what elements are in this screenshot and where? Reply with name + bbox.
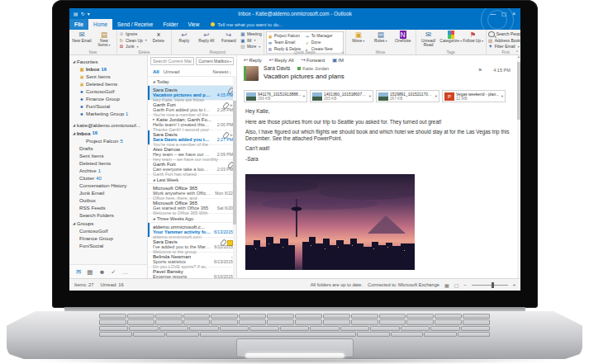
list-item-message[interactable]: Belinda Newman↓Sports statistics6/13/201… [148, 253, 236, 267]
list-item-message[interactable]: Garth Fort⚑Garth Fort added you to the C… [148, 101, 236, 116]
clean-up-button[interactable]: ↻Clean Up [119, 38, 147, 44]
list-item-message[interactable]: Microsoft Office 365Work anywhere with O… [148, 184, 236, 199]
dialog-launcher-icon[interactable]: ↘ [341, 50, 344, 54]
reply-all-button[interactable]: ↩Reply All [196, 31, 217, 43]
groups-header[interactable]: Groups [69, 219, 147, 227]
sidebar-item-deleted-items[interactable]: ▣Deleted Items [69, 80, 147, 87]
outlook-icon[interactable]: ▤ [74, 11, 78, 17]
list-item-message[interactable]: Pavel BanskyExpense reports6/10/2015Hi K… [148, 267, 236, 278]
nav-mail[interactable]: ✉ [76, 268, 81, 276]
reply-action-button[interactable]: ↩Reply [244, 57, 262, 64]
normal-view-icon[interactable]: ▦ [444, 282, 449, 288]
tab-folder[interactable]: Folder [158, 19, 183, 30]
search-people-button[interactable]: Search People [488, 31, 520, 37]
done-quickstep[interactable]: ✓Done [306, 40, 341, 45]
list-item-message[interactable]: Microsoft Office 365Get started with Off… [148, 199, 236, 214]
unread-read-button[interactable]: ✉Unread/ Read [418, 31, 439, 47]
to-manager-quickstep[interactable]: ↪To Manager [306, 33, 341, 39]
nav-calendar[interactable]: ▦ [87, 268, 93, 276]
nav-people[interactable]: ☻ [98, 268, 105, 276]
tell-me-box[interactable]: Tell me what you want to do... [211, 19, 283, 30]
sidebar-item-clutter[interactable]: Clutter40 [69, 174, 147, 182]
sidebar-item-fun-social[interactable]: ☻Fun/Social [69, 102, 147, 110]
sidebar-item-finance-group[interactable]: ☻Finance Group [69, 95, 147, 102]
sidebar-item-contosogolf[interactable]: ContosoGolf [69, 227, 147, 234]
filter-email-button[interactable]: ▼Filter Email [488, 44, 520, 50]
qat-menu-caret-icon[interactable]: ▾ [88, 11, 90, 17]
tab-view[interactable]: View [183, 19, 205, 30]
nav-tasks[interactable]: ✓ [111, 268, 116, 276]
onenote-button[interactable]: NOneNote [392, 31, 414, 43]
filter-all[interactable]: All [153, 69, 159, 74]
reading-view-icon[interactable]: ▢ [454, 282, 459, 288]
new-email-button[interactable]: ✉New Email [71, 31, 93, 43]
reply-button[interactable]: ↩Reply [173, 31, 195, 43]
tab-send-receive[interactable]: Send / Receive [112, 19, 158, 30]
nav-more[interactable]: … [122, 268, 129, 276]
sidebar-item-sent-items[interactable]: ▣Sent Items [69, 73, 147, 80]
list-item-message[interactable]: ▸Katie Jordan; Garth Fo...Hello team! I … [148, 116, 236, 130]
thread-expand-icon[interactable]: ▸ [153, 117, 154, 121]
chevron-down-icon[interactable]: ▾ [501, 94, 503, 98]
attachment-chip[interactable]: 1401360_10151860782...265 KB▾ [310, 90, 373, 102]
zoom-slider[interactable] [472, 285, 508, 286]
scroll-up-icon[interactable]: ▲ [517, 55, 520, 59]
favorites-header[interactable]: Favorites [69, 57, 147, 65]
sidebar-item-outbox[interactable]: Outbox [69, 196, 147, 204]
im-action-button[interactable]: ▣IM [332, 57, 344, 64]
sidebar-item-junk-email[interactable]: Junk Email [69, 189, 147, 196]
filter-unread[interactable]: Unread [164, 69, 180, 74]
project-falcon-quickstep[interactable]: ▣Project Falcon [268, 33, 304, 39]
categorize-button[interactable]: Categorize [440, 31, 462, 43]
im-button[interactable]: ▣IM [240, 38, 262, 44]
list-item-message[interactable]: Sara Davis⚑Sara Davis added you to the .… [148, 130, 236, 145]
sidebar-item-contosogolf[interactable]: ☻ContosoGolf [69, 87, 147, 95]
sender-name[interactable]: Sara Davis [264, 65, 290, 71]
meeting-button[interactable]: ▦Meeting [240, 31, 262, 37]
search-scope-dropdown[interactable]: Current Mailbox [196, 57, 234, 65]
recipient-chip[interactable]: Katie Jordan [297, 66, 329, 71]
follow-up-flag-icon[interactable]: ⚑ [478, 67, 482, 73]
zoom-in-button[interactable]: + [513, 282, 515, 287]
delete-button[interactable]: ×Delete [148, 31, 169, 43]
reading-pane-scrollbar[interactable]: ▲ [517, 55, 520, 278]
list-item-message[interactable]: Alex DarrowHey team – we have our month.… [148, 145, 236, 160]
date-group-header[interactable]: Today [148, 77, 236, 86]
sidebar-item-marketing-group[interactable]: ☻Marketing Group1 [69, 110, 147, 117]
sidebar-item-drafts[interactable]: Drafts [69, 144, 147, 152]
sidebar-item-fun-social[interactable]: Fun/Social [69, 242, 147, 249]
reply-all-action-button[interactable]: ↩Reply All [269, 57, 294, 64]
forward-button[interactable]: ↪Forward [218, 31, 240, 43]
send-receive-icon[interactable]: ↻ [81, 11, 85, 17]
new-items-button[interactable]: ▤New Items [93, 31, 115, 47]
sidebar-item-finance-group[interactable]: Finance Group [69, 234, 147, 242]
sidebar-item-project-falcon[interactable]: Project Falcon5 [69, 137, 147, 144]
account-header[interactable]: katie@aldemo.onmicrosof... [69, 121, 147, 129]
sidebar-item-inbox[interactable]: Inbox16 [69, 129, 147, 137]
ignore-button[interactable]: ⊘Ignore [119, 31, 147, 37]
rules-button[interactable]: ▤Rules [370, 31, 392, 43]
sort-dropdown[interactable]: Newest ↓ [213, 69, 231, 74]
sidebar-item-rss-feeds[interactable]: RSS Feeds [69, 204, 147, 211]
sidebar-item-sent-items[interactable]: Sent Items [69, 152, 147, 159]
restore-button[interactable]: ▢ [501, 11, 506, 17]
sidebar-item-conversation-history[interactable]: Conversation History [69, 182, 147, 189]
sidebar-item-archive[interactable]: Archive1 [69, 167, 147, 174]
list-item-message[interactable]: Garth FortCan everyone take a look at th… [148, 160, 236, 175]
tab-file[interactable]: File [69, 19, 88, 30]
team-email-quickstep[interactable]: ✉Team Email [268, 40, 304, 45]
chevron-down-icon[interactable]: ▾ [435, 94, 437, 98]
sidebar-item-deleted-items[interactable]: Deleted Items [69, 159, 147, 167]
scrollbar-thumb[interactable] [233, 101, 236, 225]
sidebar-item-search-folders[interactable]: Search Folders [69, 211, 147, 219]
attachment-chip[interactable]: 1529891_10152117051...267 KB▾ [376, 90, 439, 102]
close-button[interactable]: × [512, 11, 515, 17]
more-button[interactable]: ▤More [240, 44, 262, 50]
sidebar-item-inbox[interactable]: ▣Inbox16 [69, 65, 147, 73]
attachment-chip[interactable]: 941176_10151913888...266 KB▾ [244, 90, 307, 102]
chevron-down-icon[interactable]: ▾ [369, 94, 371, 98]
list-item-message[interactable]: Sara DavisI've added you to the Marketin… [148, 238, 236, 253]
forward-action-button[interactable]: ↪Forward [302, 57, 325, 64]
zoom-out-button[interactable]: − [463, 282, 466, 287]
junk-button[interactable]: ⊠Junk [119, 44, 147, 50]
